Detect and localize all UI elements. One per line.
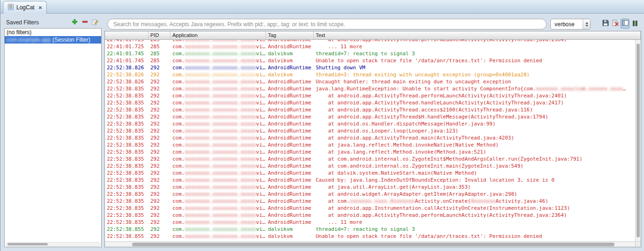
- redacted-text: xxxxxxxx.xxxxxxxx.xxxxx: [185, 149, 256, 155]
- clear-log-icon: [612, 20, 619, 28]
- redacted-text: xxxxxxxx.xxxxxxxx.xxxxx: [185, 219, 256, 225]
- log-time: 22:52:38.826: [105, 78, 148, 85]
- log-pid: 292: [148, 177, 170, 184]
- search-input[interactable]: [107, 19, 547, 30]
- log-pid: 285: [148, 57, 170, 64]
- log-time: 22:52:38.835: [105, 155, 148, 162]
- log-application: com.xxxxxxxx.xxxxxxxx.xxxxxvi…: [170, 226, 266, 233]
- pause-button[interactable]: [630, 19, 639, 29]
- add-filter-button[interactable]: [71, 19, 78, 26]
- log-pid: 292: [148, 78, 170, 85]
- clear-log-button[interactable]: [611, 19, 620, 29]
- redacted-text: xxxxxxxx.xxxxxxxx.xxxxx: [185, 44, 256, 50]
- log-time: 22:52:38.835: [105, 106, 148, 113]
- log-tag: AndroidRuntime: [266, 64, 314, 71]
- redacted-text: xxxxxxxx.xxxxxxxx.xxxxx: [185, 100, 256, 106]
- log-row[interactable]: 22:52:38.835292com.xxxxxxxx.xxxxxxxx.xxx…: [105, 127, 635, 134]
- log-horizontal-scrollbar[interactable]: [105, 241, 635, 247]
- edit-filter-button[interactable]: [91, 19, 99, 26]
- log-row[interactable]: 22:52:38.826292com.xxxxxxxx.xxxxxxxx.xxx…: [105, 71, 635, 78]
- log-time: 22:52:38.835: [105, 162, 148, 170]
- log-level-filter[interactable]: verbose: [550, 19, 591, 30]
- log-row[interactable]: 22:52:38.835292com.xxxxxxxx.xxxxxxxx.xxx…: [105, 134, 635, 141]
- log-row[interactable]: 22:52:38.855292com.xxxxxxxx.xxxxxxxx.xxx…: [105, 233, 635, 240]
- log-row[interactable]: 22:52:38.835292com.xxxxxxxx.xxxxxxxx.xxx…: [105, 177, 635, 184]
- redacted-text: xxxxxxxx.xxxxxxxx.xxxxx: [185, 156, 256, 162]
- log-text: at android.os.Looper.loop(Looper.java:12…: [314, 127, 635, 134]
- log-text: Caused by: java.lang.IndexOutOfBoundsExc…: [314, 177, 635, 184]
- saved-filters-horizontal-scrollbar[interactable]: [6, 242, 100, 246]
- saved-filters-toolbar: [71, 19, 102, 26]
- log-row[interactable]: 22:52:38.835292com.xxxxxxxx.xxxxxxxx.xxx…: [105, 113, 635, 120]
- log-row[interactable]: 22:52:38.835292com.xxxxxxxx.xxxxxxxx.xxx…: [105, 184, 635, 191]
- log-application: com.xxxxxxxx.xxxxxxxx.xxxxxvi…: [170, 120, 266, 127]
- log-time: 22:52:38.835: [105, 219, 148, 226]
- remove-filter-button[interactable]: [81, 19, 89, 26]
- log-row[interactable]: 22:52:38.835292com.xxxxxxxx.xxxxxxxx.xxx…: [105, 205, 635, 212]
- log-tag: AndroidRuntime: [266, 85, 314, 92]
- saved-filter-item[interactable]: (no filters): [5, 29, 101, 36]
- log-row[interactable]: 22:52:38.835292com.xxxxxxxx.xxxxxxxx.xxx…: [105, 162, 635, 170]
- log-pid: 292: [148, 113, 170, 120]
- tab-logcat[interactable]: LogCat ✕: [3, 1, 47, 14]
- log-tag: AndroidRuntime: [266, 191, 314, 198]
- log-row[interactable]: 22:52:38.826292com.xxxxxxxx.xxxxxxxx.xxx…: [105, 64, 635, 71]
- saved-filter-item[interactable]: com.example.app (Session Filter): [5, 36, 101, 44]
- log-row[interactable]: 22:52:38.835292com.xxxxxxxx.xxxxxxxx.xxx…: [105, 106, 635, 113]
- tab-close-icon[interactable]: ✕: [38, 5, 42, 10]
- log-row[interactable]: 22:41:01.725285com.xxxxxxxx.xxxxxxxx.xxx…: [105, 43, 635, 50]
- log-row[interactable]: 22:52:38.835292com.xxxxxxxx.xxxxxxxx.xxx…: [105, 198, 635, 205]
- log-row[interactable]: 22:41:01.745285com.xxxxxxxx.xxxxxxxx.xxx…: [105, 57, 635, 64]
- scrollbar-thumb[interactable]: [637, 44, 640, 237]
- log-pid: 292: [148, 141, 170, 148]
- log-time: 22:52:38.835: [105, 177, 148, 184]
- log-level-value: verbose: [555, 21, 575, 28]
- log-pid: 292: [148, 92, 170, 99]
- minus-icon: [82, 19, 88, 26]
- log-row[interactable]: 22:52:38.835292com.xxxxxxxx.xxxxxxxx.xxx…: [105, 148, 635, 155]
- log-tag: AndroidRuntime: [266, 184, 314, 191]
- log-row[interactable]: 22:52:38.835292com.xxxxxxxx.xxxxxxxx.xxx…: [105, 155, 635, 162]
- log-time: 22:52:38.835: [105, 198, 148, 205]
- column-header-application[interactable]: Application: [170, 31, 266, 39]
- log-row[interactable]: 22:52:38.826292com.xxxxxxxx.xxxxxxxx.xxx…: [105, 78, 635, 85]
- log-vertical-scrollbar[interactable]: [635, 40, 641, 241]
- log-row[interactable]: 22:52:38.835292com.xxxxxxxx.xxxxxxxx.xxx…: [105, 170, 635, 177]
- log-tag: AndroidRuntime: [266, 106, 314, 113]
- scrollbar-thumb[interactable]: [132, 243, 614, 246]
- log-pid: 292: [148, 106, 170, 113]
- log-row[interactable]: 22:52:38.835292com.xxxxxxxx.xxxxxxxx.xxx…: [105, 92, 635, 99]
- log-tag: AndroidRuntime: [266, 219, 314, 226]
- redacted-text: xxxxxxxx.xxxxxxxx.xxxxx: [185, 79, 256, 85]
- log-row[interactable]: 22:52:38.835292com.xxxxxxxx.xxxxxxxx.xxx…: [105, 212, 635, 219]
- log-row[interactable]: 22:52:38.835292com.xxxxxxxx.xxxxxxxx.xxx…: [105, 120, 635, 127]
- column-header-text[interactable]: Text: [314, 31, 641, 39]
- log-row[interactable]: 22:41:01.725285com.xxxxxxxx.xxxxxxxx.xxx…: [105, 40, 635, 43]
- log-application: com.xxxxxxxx.xxxxxxxx.xxxxxvi…: [170, 106, 266, 113]
- column-header-time[interactable]: [105, 31, 148, 39]
- log-row[interactable]: 22:52:38.835292com.xxxxxxxx.xxxxxxxx.xxx…: [105, 191, 635, 198]
- log-pid: 292: [148, 233, 170, 240]
- log-time: 22:52:38.835: [105, 127, 148, 134]
- scrollbar-thumb[interactable]: [7, 243, 48, 245]
- save-log-button[interactable]: [601, 19, 610, 29]
- log-pid: 292: [148, 120, 170, 127]
- log-tag: dalvikvm: [266, 71, 314, 78]
- redacted-text: xxxxxxxx.xxxxxxxx.xxxxx: [185, 107, 256, 113]
- plus-icon: [72, 19, 78, 26]
- log-row[interactable]: 22:52:38.835292com.xxxxxxxx.xxxxxxxx.xxx…: [105, 99, 635, 106]
- log-row[interactable]: 22:41:01.745285com.xxxxxxxx.xxxxxxxx.xxx…: [105, 50, 635, 57]
- column-header-pid[interactable]: PID: [148, 31, 170, 39]
- log-row[interactable]: 22:52:38.855292com.xxxxxxxx.xxxxxxxx.xxx…: [105, 226, 635, 233]
- log-row[interactable]: 22:52:38.835292com.xxxxxxxx.xxxxxxxx.xxx…: [105, 85, 635, 92]
- toggle-saved-filters-view-button[interactable]: [621, 19, 629, 29]
- combo-stepper-icon: [583, 19, 590, 29]
- column-header-tag[interactable]: Tag: [266, 31, 314, 39]
- log-row[interactable]: 22:52:38.835292com.xxxxxxxx.xxxxxxxx.xxx…: [105, 141, 635, 148]
- log-pid: 292: [148, 162, 170, 170]
- redacted-text: xxxxxxxx.xxxxxxxx.xxxxx: [185, 205, 256, 211]
- log-row[interactable]: 22:52:38.835292com.xxxxxxxx.xxxxxxxx.xxx…: [105, 219, 635, 226]
- log-text: Unable to open stack trace file '/data/a…: [314, 233, 635, 240]
- log-tag: AndroidRuntime: [266, 198, 314, 205]
- logcat-tab-icon: [7, 4, 14, 12]
